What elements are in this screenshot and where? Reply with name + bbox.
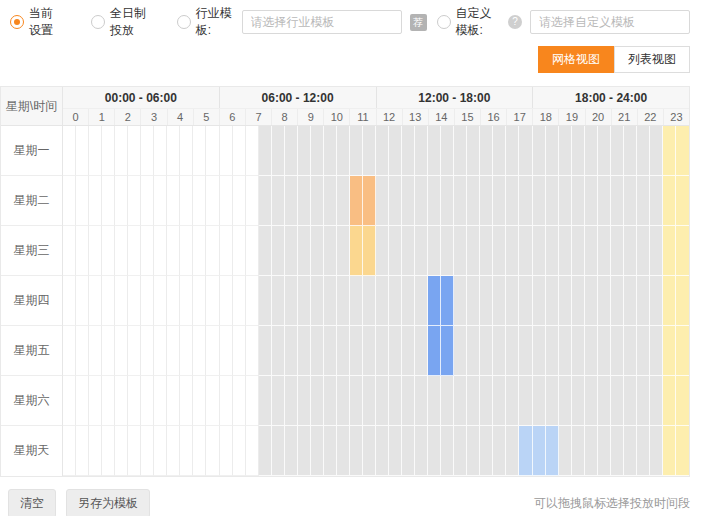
time-cell[interactable]	[480, 426, 493, 476]
time-cell[interactable]	[441, 426, 454, 476]
time-cell[interactable]	[89, 376, 102, 426]
time-cell[interactable]	[572, 226, 585, 276]
time-cell[interactable]	[272, 276, 285, 326]
time-cell[interactable]	[519, 226, 532, 276]
time-cell[interactable]	[102, 376, 115, 426]
time-cell[interactable]	[572, 276, 585, 326]
time-cell[interactable]	[663, 326, 676, 376]
time-cell[interactable]	[598, 276, 611, 326]
time-cell[interactable]	[559, 126, 572, 176]
time-cell[interactable]	[428, 226, 441, 276]
time-cell[interactable]	[650, 276, 663, 326]
time-cell[interactable]	[298, 176, 311, 226]
time-cell[interactable]	[63, 326, 76, 376]
radio-icon[interactable]	[437, 15, 451, 29]
time-cell[interactable]	[611, 226, 624, 276]
time-cell[interactable]	[246, 176, 259, 226]
time-cell[interactable]	[63, 126, 76, 176]
time-cell[interactable]	[154, 426, 167, 476]
time-cell[interactable]	[141, 326, 154, 376]
time-cell[interactable]	[76, 376, 89, 426]
time-cell[interactable]	[467, 376, 480, 426]
time-cell[interactable]	[298, 126, 311, 176]
time-cell[interactable]	[559, 176, 572, 226]
time-cell[interactable]	[533, 226, 546, 276]
time-cell[interactable]	[63, 376, 76, 426]
time-cell[interactable]	[154, 226, 167, 276]
radio-icon[interactable]	[177, 15, 191, 29]
time-cell[interactable]	[663, 376, 676, 426]
time-cell[interactable]	[350, 426, 363, 476]
time-cell[interactable]	[115, 426, 128, 476]
time-cell[interactable]	[533, 176, 546, 226]
time-cell[interactable]	[389, 226, 402, 276]
time-cell[interactable]	[363, 226, 376, 276]
time-cell[interactable]	[441, 276, 454, 326]
radio-industry-template[interactable]: 行业模板:	[177, 5, 234, 39]
time-cell[interactable]	[220, 276, 233, 326]
time-cell[interactable]	[285, 326, 298, 376]
time-cell[interactable]	[298, 226, 311, 276]
radio-current-settings[interactable]: 当前设置	[10, 5, 64, 39]
time-cell[interactable]	[102, 276, 115, 326]
time-cell[interactable]	[337, 426, 350, 476]
time-cell[interactable]	[180, 276, 193, 326]
time-cell[interactable]	[259, 126, 272, 176]
time-cell[interactable]	[363, 376, 376, 426]
time-cell[interactable]	[193, 376, 206, 426]
time-cell[interactable]	[676, 426, 689, 476]
clear-button[interactable]: 清空	[8, 489, 56, 516]
time-cell[interactable]	[585, 426, 598, 476]
time-cell[interactable]	[519, 126, 532, 176]
time-cell[interactable]	[167, 126, 180, 176]
time-cell[interactable]	[428, 276, 441, 326]
time-cell[interactable]	[154, 176, 167, 226]
time-cell[interactable]	[389, 326, 402, 376]
list-view-button[interactable]: 列表视图	[614, 46, 690, 73]
time-cell[interactable]	[180, 426, 193, 476]
time-cell[interactable]	[233, 326, 246, 376]
time-cell[interactable]	[428, 376, 441, 426]
time-cell[interactable]	[102, 226, 115, 276]
time-cell[interactable]	[441, 376, 454, 426]
time-cell[interactable]	[363, 126, 376, 176]
time-cell[interactable]	[389, 126, 402, 176]
time-cell[interactable]	[128, 176, 141, 226]
time-cell[interactable]	[598, 426, 611, 476]
time-cell[interactable]	[167, 226, 180, 276]
radio-all-day[interactable]: 全日制投放	[91, 5, 155, 39]
time-cell[interactable]	[389, 276, 402, 326]
grid-view-button[interactable]: 网格视图	[538, 46, 614, 73]
time-cell[interactable]	[480, 376, 493, 426]
time-cell[interactable]	[285, 426, 298, 476]
time-cell[interactable]	[311, 176, 324, 226]
time-cell[interactable]	[585, 276, 598, 326]
time-cell[interactable]	[650, 326, 663, 376]
time-cell[interactable]	[259, 226, 272, 276]
time-cell[interactable]	[493, 326, 506, 376]
time-cell[interactable]	[389, 426, 402, 476]
time-cell[interactable]	[480, 326, 493, 376]
time-cell[interactable]	[180, 126, 193, 176]
save-as-template-button[interactable]: 另存为模板	[66, 489, 150, 516]
time-cell[interactable]	[454, 276, 467, 326]
time-cell[interactable]	[389, 376, 402, 426]
time-cell[interactable]	[415, 226, 428, 276]
time-cell[interactable]	[415, 326, 428, 376]
time-cell[interactable]	[311, 276, 324, 326]
time-cell[interactable]	[467, 276, 480, 326]
time-cell[interactable]	[559, 376, 572, 426]
time-cell[interactable]	[233, 276, 246, 326]
time-cell[interactable]	[572, 326, 585, 376]
time-cell[interactable]	[102, 126, 115, 176]
time-cell[interactable]	[559, 426, 572, 476]
radio-icon[interactable]	[91, 15, 105, 29]
time-cell[interactable]	[154, 126, 167, 176]
industry-template-input[interactable]	[242, 10, 402, 34]
time-cell[interactable]	[337, 376, 350, 426]
time-cell[interactable]	[337, 126, 350, 176]
time-cell[interactable]	[324, 426, 337, 476]
time-cell[interactable]	[506, 326, 519, 376]
time-cell[interactable]	[350, 126, 363, 176]
time-cell[interactable]	[454, 376, 467, 426]
